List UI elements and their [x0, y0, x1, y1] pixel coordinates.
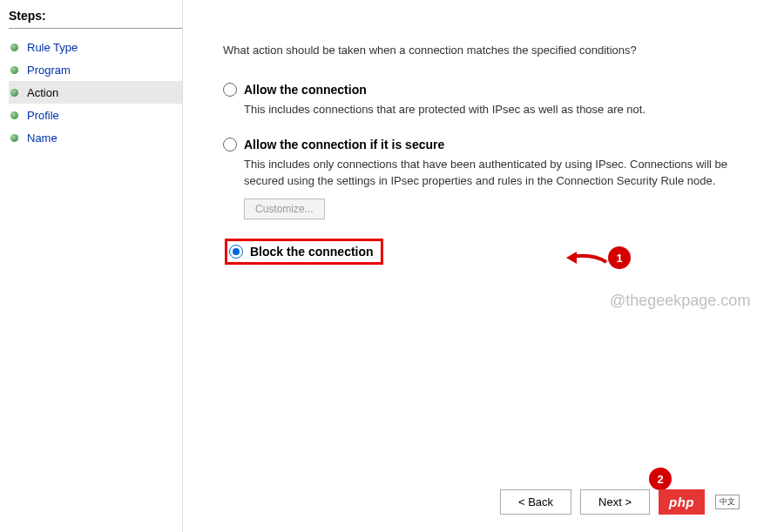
step-label: Program: [27, 64, 71, 77]
steps-sidebar: Steps: Rule Type Program Action Profile …: [0, 0, 183, 532]
bullet-icon: [10, 89, 18, 97]
annotation-arrow-1: 1: [566, 245, 631, 271]
footer-buttons: < Back Next > php 中文: [500, 489, 740, 515]
prompt-text: What action should be taken when a conne…: [223, 44, 731, 57]
svg-marker-0: [566, 252, 577, 264]
step-label: Profile: [27, 109, 59, 122]
option-allow-desc: This includes connections that are prote…: [244, 102, 731, 118]
bullet-icon: [10, 44, 18, 51]
customize-button: Customize...: [244, 199, 325, 219]
sidebar-title: Steps:: [9, 9, 182, 29]
step-label: Name: [27, 131, 57, 145]
php-badge: php: [659, 489, 705, 515]
option-allow-secure-title: Allow the connection if it is secure: [244, 138, 444, 152]
back-button[interactable]: < Back: [500, 489, 571, 515]
step-label: Action: [27, 86, 58, 99]
step-program[interactable]: Program: [9, 58, 182, 81]
watermark-text: @thegeekpage.com: [610, 292, 750, 310]
bullet-icon: [10, 111, 18, 119]
annotation-marker-2: 2: [649, 468, 672, 490]
option-allow-title: Allow the connection: [244, 83, 367, 97]
annotation-marker-1: 1: [608, 246, 631, 269]
step-profile[interactable]: Profile: [9, 104, 182, 126]
option-block-title: Block the connection: [250, 245, 374, 259]
option-allow-secure[interactable]: Allow the connection if it is secure Thi…: [218, 138, 731, 219]
radio-allow-secure[interactable]: [223, 138, 237, 152]
step-rule-type[interactable]: Rule Type: [9, 36, 182, 58]
option-allow[interactable]: Allow the connection This includes conne…: [218, 83, 731, 118]
main-panel: What action should be taken when a conne…: [183, 0, 757, 532]
option-allow-secure-desc: This includes only connections that have…: [244, 157, 731, 190]
step-label: Rule Type: [27, 41, 78, 54]
next-button[interactable]: Next >: [580, 489, 650, 515]
bullet-icon: [10, 66, 18, 74]
radio-allow[interactable]: [223, 83, 237, 97]
arrow-icon: [566, 245, 608, 271]
radio-block[interactable]: [229, 245, 243, 259]
option-block[interactable]: Block the connection: [218, 239, 731, 265]
bullet-icon: [10, 134, 18, 142]
lang-tag: 中文: [715, 495, 740, 509]
step-action[interactable]: Action: [9, 81, 182, 104]
step-name[interactable]: Name: [9, 126, 182, 149]
highlight-box: Block the connection: [225, 239, 383, 265]
